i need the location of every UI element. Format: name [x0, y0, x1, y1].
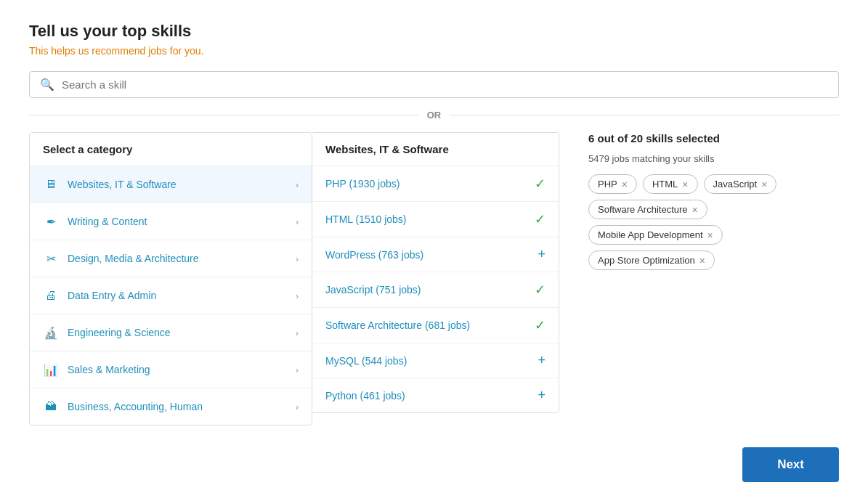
category-icon-data-entry-admin: 🖨: [43, 288, 59, 303]
chevron-right-icon: ›: [296, 179, 299, 190]
category-label-data-entry-admin: Data Entry & Admin: [68, 290, 156, 301]
remove-tag-html-button[interactable]: ×: [682, 179, 688, 190]
category-item-design-media-architecture[interactable]: ✂ Design, Media & Architecture ›: [30, 240, 312, 277]
tag-label-mobile-app-development: Mobile App Development: [598, 229, 703, 240]
search-icon: 🔍: [40, 78, 54, 91]
skill-action-python: +: [538, 388, 545, 403]
chevron-right-icon: ›: [296, 364, 299, 375]
search-input[interactable]: [62, 78, 828, 91]
category-label-design-media-architecture: Design, Media & Architecture: [68, 253, 199, 264]
category-icon-business-accounting-human: 🏔: [43, 399, 59, 415]
chevron-right-icon: ›: [296, 402, 299, 412]
skill-action-html: ✓: [535, 211, 545, 227]
category-icon-sales-marketing: 📊: [43, 362, 59, 378]
category-item-business-accounting-human[interactable]: 🏔 Business, Accounting, Human ›: [30, 388, 312, 425]
jobs-matching: 5479 jobs matching your skills: [588, 153, 839, 164]
skill-action-mysql: +: [538, 353, 545, 368]
category-icon-design-media-architecture: ✂: [43, 250, 59, 266]
page-title: Tell us your top skills: [29, 22, 839, 41]
selected-tags: PHP × HTML × JavaScript × Software Archi…: [588, 174, 839, 270]
skill-item-wordpress[interactable]: WordPress (763 jobs) +: [312, 237, 559, 272]
skill-item-javascript[interactable]: JavaScript (751 jobs) ✓: [312, 272, 559, 308]
category-label-writing-content: Writing & Content: [68, 216, 147, 227]
category-label-websites-it-software: Websites, IT & Software: [68, 179, 177, 190]
selected-tag-html: HTML ×: [643, 174, 698, 194]
skill-action-javascript: ✓: [535, 282, 545, 298]
skills-panel: Websites, IT & Software PHP (1930 jobs) …: [312, 132, 559, 413]
skill-action-wordpress: +: [538, 247, 545, 262]
skill-item-software-architecture[interactable]: Software Architecture (681 jobs) ✓: [312, 308, 559, 343]
skill-label-html: HTML (1510 jobs): [325, 213, 407, 225]
category-label-business-accounting-human: Business, Accounting, Human: [68, 401, 203, 412]
category-item-data-entry-admin[interactable]: 🖨 Data Entry & Admin ›: [30, 277, 312, 314]
skill-label-php: PHP (1930 jobs): [325, 178, 399, 190]
skills-panel-header: Websites, IT & Software: [312, 133, 559, 166]
skill-action-php: ✓: [535, 176, 545, 192]
category-label-sales-marketing: Sales & Marketing: [68, 364, 150, 375]
category-panel: Select a category 🖥 Websites, IT & Softw…: [29, 132, 312, 425]
selected-panel: 6 out of 20 skills selected 5479 jobs ma…: [581, 132, 839, 270]
main-columns: Select a category 🖥 Websites, IT & Softw…: [29, 132, 839, 425]
selected-count: 6 out of 20 skills selected: [588, 132, 839, 144]
skill-item-mysql[interactable]: MySQL (544 jobs) +: [312, 343, 559, 378]
category-icon-writing-content: ✒: [43, 213, 59, 229]
skill-label-python: Python (461 jobs): [325, 390, 405, 402]
remove-tag-app-store-optimization-button[interactable]: ×: [699, 256, 705, 266]
selected-tag-javascript: JavaScript ×: [704, 174, 777, 194]
remove-tag-php-button[interactable]: ×: [622, 179, 628, 190]
tag-label-javascript: JavaScript: [713, 179, 758, 190]
selected-tag-app-store-optimization: App Store Optimization ×: [588, 250, 715, 270]
skills-list: PHP (1930 jobs) ✓ HTML (1510 jobs) ✓ Wor…: [312, 166, 559, 412]
skill-label-javascript: JavaScript (751 jobs): [325, 284, 421, 296]
skill-item-html[interactable]: HTML (1510 jobs) ✓: [312, 202, 559, 237]
skill-label-mysql: MySQL (544 jobs): [325, 355, 407, 367]
skill-item-php[interactable]: PHP (1930 jobs) ✓: [312, 166, 559, 202]
chevron-right-icon: ›: [296, 253, 299, 264]
category-item-writing-content[interactable]: ✒ Writing & Content ›: [30, 203, 312, 240]
tag-label-php: PHP: [598, 179, 617, 190]
remove-tag-software-architecture-button[interactable]: ×: [692, 205, 698, 215]
category-item-sales-marketing[interactable]: 📊 Sales & Marketing ›: [30, 351, 312, 388]
next-button-wrap: Next: [29, 447, 839, 482]
tag-label-software-architecture: Software Architecture: [598, 204, 688, 215]
skill-item-python[interactable]: Python (461 jobs) +: [312, 378, 559, 412]
skill-label-software-architecture: Software Architecture (681 jobs): [325, 319, 470, 331]
category-icon-engineering-science: 🔬: [43, 325, 59, 341]
skill-label-wordpress: WordPress (763 jobs): [325, 249, 423, 261]
category-icon-websites-it-software: 🖥: [43, 176, 59, 192]
tag-label-html: HTML: [652, 179, 678, 190]
remove-tag-mobile-app-development-button[interactable]: ×: [707, 230, 713, 240]
skill-action-software-architecture: ✓: [535, 317, 545, 333]
or-divider: OR: [29, 110, 839, 121]
search-bar: 🔍: [29, 71, 839, 98]
category-label-engineering-science: Engineering & Science: [68, 327, 171, 338]
selected-tag-software-architecture: Software Architecture ×: [588, 200, 707, 219]
category-panel-header: Select a category: [30, 133, 312, 166]
page-subtitle: This helps us recommend jobs for you.: [29, 45, 839, 57]
category-item-engineering-science[interactable]: 🔬 Engineering & Science ›: [30, 314, 312, 351]
next-button[interactable]: Next: [742, 447, 839, 482]
selected-tag-mobile-app-development: Mobile App Development ×: [588, 225, 723, 245]
tag-label-app-store-optimization: App Store Optimization: [598, 255, 695, 266]
selected-tag-php: PHP ×: [588, 174, 637, 194]
category-list: 🖥 Websites, IT & Software › ✒ Writing & …: [30, 166, 312, 425]
chevron-right-icon: ›: [296, 216, 299, 227]
chevron-right-icon: ›: [296, 290, 299, 301]
remove-tag-javascript-button[interactable]: ×: [761, 179, 767, 190]
chevron-right-icon: ›: [296, 327, 299, 338]
category-item-websites-it-software[interactable]: 🖥 Websites, IT & Software ›: [30, 166, 312, 203]
